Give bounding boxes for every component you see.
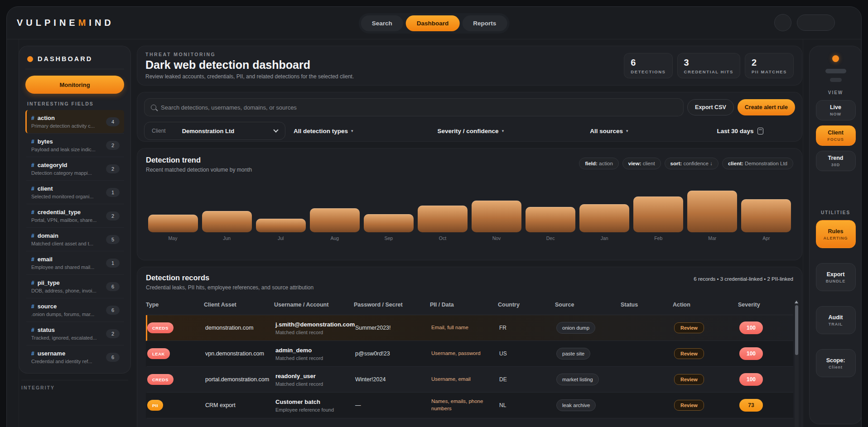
table-body: CREDSdemonstration.comj.smith@demonstrat… [146,315,793,418]
hash-icon: # [31,280,34,286]
hash-icon: # [31,186,34,192]
action-cell: Review [674,322,739,333]
column-header: Client Asset [204,302,274,308]
avatar[interactable] [774,14,791,31]
rail-button-export[interactable]: ExportBUNDLE [816,263,856,291]
toolbar-card: Export CSV Create alert rule Client Demo… [137,92,802,142]
monitoring-button[interactable]: Monitoring [25,76,124,94]
chart-bar [364,214,414,232]
caret-down-icon: ▾ [351,129,353,133]
trend-chip-sort[interactable]: sort: confidence ↓ [665,158,719,169]
tab-reports[interactable]: Reports [462,15,507,31]
rail-button-trend[interactable]: Trend30D [816,151,856,171]
field-count-badge: 2 [106,329,120,338]
sidebar-field-client[interactable]: #clientSelected monitored organi...1 [25,180,124,204]
detection-types-dropdown[interactable]: All detection types ▾ [294,128,353,134]
sidebar-field-status[interactable]: #statusTracked, ignored, escalated...2 [25,321,124,345]
chart-bar [472,201,521,232]
status-dot-icon [27,56,33,62]
account-button[interactable] [797,14,835,31]
severity-cell: 100 [739,373,793,386]
date-range-label: Last 30 days [717,128,753,134]
field-name-row: #credential_type [31,209,96,216]
rail-button-subtitle: 30D [831,163,840,167]
table-scrollbar[interactable] [795,300,799,427]
rail-button-rules[interactable]: RulesALERTING [816,220,856,248]
review-button[interactable]: Review [674,400,704,411]
stat-value: 2 [752,58,787,68]
scrollbar-thumb[interactable] [795,305,798,355]
source-cell: leak archive [556,399,622,411]
search-input[interactable] [161,104,677,111]
sidebar-field-domain[interactable]: #domainMatched client asset and t...5 [25,227,124,251]
trend-chip-client[interactable]: client: Demonstration Ltd [722,158,793,169]
trend-subtitle: Recent matched detection volume by month [146,167,252,173]
field-count-badge: 1 [106,259,120,268]
trend-chip-view[interactable]: view: client [622,158,661,169]
sidebar-title: DASHBOARD [38,55,92,62]
chart-bar [687,191,737,232]
rail-button-live[interactable]: LiveNOW [816,100,856,120]
tab-search[interactable]: Search [361,15,403,31]
chart-bar [741,199,791,232]
stat-cards: 6DETECTIONS3CREDENTIAL HITS2PII MATCHES [624,53,794,78]
sidebar-field-bytes[interactable]: #bytesPayload and leak size indic...2 [25,133,124,157]
sidebar-field-source[interactable]: #source.onion dumps, forums, mar...6 [25,298,124,321]
table-row[interactable]: CREDSdemonstration.comj.smith@demonstrat… [146,315,793,341]
field-name: bytes [38,138,53,145]
field-name: action [38,115,55,121]
chart-bar-slot: Apr [739,183,793,241]
field-text: #bytesPayload and leak size indic... [31,138,96,152]
create-alert-rule-button[interactable]: Create alert rule [738,99,795,115]
topbar-right [774,14,835,31]
review-button[interactable]: Review [674,374,704,385]
sidebar-field-pii_type[interactable]: #pii_typeDOB, address, phone, invoi...6 [25,274,124,298]
field-text: #statusTracked, ignored, escalated... [31,326,97,341]
rail-button-client[interactable]: ClientFOCUS [816,125,856,146]
client-asset-cell: vpn.demonstration.com [205,350,275,357]
stat-label: DETECTIONS [631,69,665,74]
field-description: Primary detection activity c... [31,123,95,129]
country-cell: DE [499,376,556,383]
export-csv-button[interactable]: Export CSV [687,99,734,115]
rail-button-scope[interactable]: Scope:Client [816,349,856,377]
pii-cell: Username, email [431,376,499,383]
column-header: Type [146,302,204,308]
field-name-row: #bytes [31,138,96,145]
sidebar-field-categoryId[interactable]: #categoryIdDetection category mappi...2 [25,157,124,180]
column-header: Password / Secret [354,302,430,308]
table-row[interactable]: PIICRM exportCustomer batchEmployee refe… [146,393,793,418]
source-tag: onion dump [556,322,595,334]
severity-confidence-dropdown[interactable]: Severity / confidence ▾ [438,128,504,134]
sidebar-field-username[interactable]: #usernameCredential and identity ref...6 [25,345,124,369]
stat-card: 3CREDENTIAL HITS [677,53,740,78]
sidebar-field-credential_type[interactable]: #credential_typePortal, VPN, mailbox, sh… [25,204,124,227]
type-badge: PII [147,400,163,411]
tab-dashboard[interactable]: Dashboard [406,15,460,31]
chart-x-tick-label: Feb [654,235,662,241]
date-range-control[interactable]: Last 30 days [717,128,763,134]
sidebar-header: DASHBOARD [25,53,124,69]
sources-dropdown[interactable]: All sources ▾ [590,128,628,134]
chart-x-tick-label: May [169,235,178,241]
review-button[interactable]: Review [674,348,704,359]
page-title: Dark web detection dashboard [145,58,354,72]
rail-button-audit[interactable]: AuditTRAIL [816,306,856,334]
sidebar-field-action[interactable]: #actionPrimary detection activity c...4 [25,110,124,133]
field-name: credential_type [38,209,81,216]
trend-chip-field[interactable]: field: action [579,158,618,169]
review-button[interactable]: Review [674,322,704,333]
records-card: Detection records Credential leaks, PII … [137,267,802,427]
country-cell: NL [499,402,556,408]
source-cell: onion dump [556,322,622,334]
sidebar-field-email[interactable]: #emailEmployee and shared mail...1 [25,251,124,274]
brand-logo-prefix: VULPINE [17,18,78,28]
table-row[interactable]: LEAKvpn.demonstration.comadmin_demoMatch… [146,341,793,367]
client-asset-cell: CRM export [205,402,275,408]
pii-cell: Username, password [431,350,499,357]
table-row[interactable]: CREDSportal.demonstration.comreadonly_us… [146,367,793,393]
column-header: Source [555,302,621,308]
scroll-up-icon[interactable] [795,301,798,303]
field-description: Selected monitored organi... [31,194,94,199]
client-select[interactable]: Client Demonstration Ltd [144,122,285,140]
